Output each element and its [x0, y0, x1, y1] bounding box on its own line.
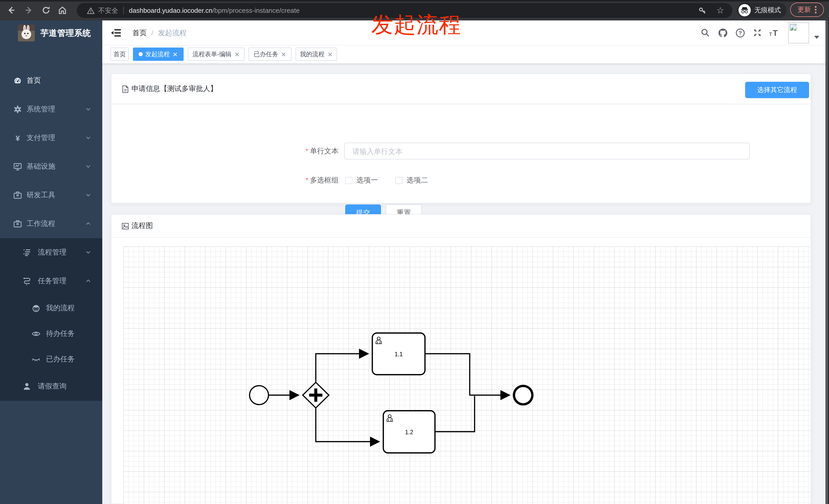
close-icon[interactable]	[281, 51, 286, 57]
search-icon[interactable]	[699, 27, 711, 38]
flow-task2-to-end[interactable]	[435, 396, 475, 432]
sidebar-item-label: 我的流程	[46, 304, 75, 313]
help-icon[interactable]: ?	[734, 27, 746, 38]
flow-gateway-to-task2[interactable]	[316, 409, 379, 442]
sidebar-item-label: 支付管理	[27, 133, 55, 143]
toolbox-icon	[13, 220, 22, 228]
face-icon	[32, 304, 40, 313]
avatar[interactable]	[788, 23, 809, 43]
task-label: 1.1	[395, 351, 403, 357]
flow-gateway-to-task1[interactable]	[316, 354, 368, 382]
address-divider	[123, 7, 124, 14]
document-icon	[122, 85, 129, 93]
required-asterisk: *	[305, 176, 309, 184]
password-key-icon[interactable]	[698, 6, 707, 15]
diagram-card-header: 流程图	[111, 215, 810, 238]
sidebar-item-label: 研发工具	[27, 191, 55, 200]
monitor-icon	[13, 162, 22, 171]
sidebar-item-my-processes[interactable]: 我的流程	[0, 296, 102, 321]
security-warning-icon[interactable]	[87, 7, 95, 14]
eye-open-icon	[32, 329, 40, 338]
single-line-text-label: *单行文本	[111, 147, 338, 156]
sidebar-item-label: 基础设施	[27, 162, 55, 171]
github-icon[interactable]	[717, 27, 728, 38]
browser-update-button[interactable]: 更新	[790, 3, 824, 17]
checkbox-option-2[interactable]	[395, 177, 402, 184]
sidebar-item-process-management[interactable]: 流程管理	[0, 238, 102, 267]
single-line-text-input[interactable]	[344, 143, 750, 159]
breadcrumb-home[interactable]: 首页	[133, 21, 147, 45]
url-path[interactable]: /bpm/process-instance/create	[213, 7, 300, 14]
checkbox-option-1[interactable]	[345, 177, 352, 184]
sidebar-item-label: 工作流程	[27, 219, 55, 229]
apply-info-title: 申请信息【测试多审批人】	[132, 84, 217, 93]
breadcrumb-current: 发起流程	[158, 21, 187, 45]
svg-text:T: T	[773, 28, 778, 37]
checkbox-option-1-label[interactable]: 选项一	[356, 176, 378, 185]
sidebar-item-home[interactable]: 首页	[0, 67, 102, 95]
sidebar-item-dev-tools[interactable]: 研发工具	[0, 181, 102, 209]
bpmn-canvas[interactable]: 1.1 1.2	[123, 246, 810, 504]
avatar-dropdown-caret[interactable]	[814, 36, 819, 39]
tab-process-form-edit[interactable]: 流程表单-编辑	[188, 47, 245, 61]
task-label: 1.2	[405, 429, 413, 435]
app-title: 芋道管理系统	[40, 21, 91, 46]
gear-icon	[13, 105, 22, 114]
incognito-icon	[738, 4, 751, 16]
sidebar-item-task-management[interactable]: 任务管理	[0, 267, 102, 296]
apply-info-card-header: 申请信息【测试多审批人】 选择其它流程	[111, 74, 810, 104]
sidebar-item-done-tasks[interactable]: 已办任务	[0, 347, 102, 372]
end-event[interactable]	[514, 386, 532, 404]
close-icon[interactable]	[327, 51, 333, 57]
list-icon	[23, 248, 31, 257]
bookmark-star-icon[interactable]: ☆	[717, 5, 724, 16]
browser-forward-button[interactable]	[23, 4, 35, 16]
sidebar-item-system[interactable]: 系统管理	[0, 95, 102, 124]
svg-text:?: ?	[738, 30, 742, 36]
tab-label: 发起流程	[145, 50, 170, 59]
chrome-menu-icon[interactable]	[815, 6, 817, 14]
tab-start-process[interactable]: 发起流程	[133, 47, 184, 61]
flow-task1-to-end[interactable]	[425, 354, 510, 395]
sidebar-collapse-icon[interactable]	[110, 28, 122, 38]
font-size-icon[interactable]: TT	[769, 27, 780, 38]
sidebar-item-label: 请假查询	[38, 382, 67, 391]
sidebar-item-infrastructure[interactable]: 基础设施	[0, 152, 102, 181]
security-label[interactable]: 不安全	[98, 6, 118, 15]
user-task-1-2[interactable]: 1.2	[383, 411, 435, 453]
fullscreen-icon[interactable]	[752, 27, 763, 38]
browser-reload-button[interactable]	[40, 4, 52, 16]
annotation-text: 发起流程	[371, 13, 461, 36]
app-logo-row[interactable]: 芋道管理系统	[0, 21, 102, 46]
tab-done-tasks[interactable]: 已办任务	[249, 47, 291, 61]
user-task-1-1[interactable]: 1.1	[372, 333, 425, 375]
tab-label: 我的流程	[300, 50, 324, 59]
tab-label: 首页	[113, 50, 126, 59]
checkbox-group-label: *多选框组	[111, 176, 338, 185]
start-event[interactable]	[250, 386, 268, 404]
tab-my-processes[interactable]: 我的流程	[296, 47, 337, 61]
workflow-submenu: 流程管理 任务管理 我的流程 待办任务 已办	[0, 238, 102, 401]
sidebar-item-label: 待办任务	[46, 329, 75, 338]
browser-home-button[interactable]	[56, 4, 69, 16]
tab-home[interactable]: 首页	[110, 47, 129, 61]
sidebar-item-leave-query[interactable]: 请假查询	[0, 372, 102, 401]
incognito-label: 无痕模式	[754, 6, 781, 15]
tab-label: 已办任务	[254, 50, 278, 59]
checkbox-option-2-label[interactable]: 选项二	[406, 176, 428, 185]
chevron-down-icon	[85, 248, 91, 257]
url-host[interactable]: dashboard.yudao.iocoder.cn	[129, 7, 213, 14]
sidebar-item-label: 流程管理	[38, 248, 67, 257]
briefcase-icon	[13, 191, 22, 200]
breadcrumb-separator: /	[151, 21, 153, 45]
sidebar-item-todo-tasks[interactable]: 待办任务	[0, 321, 102, 347]
sidebar-item-workflow[interactable]: 工作流程	[0, 209, 102, 238]
parallel-gateway[interactable]	[303, 382, 329, 408]
close-icon[interactable]	[234, 51, 240, 57]
sidebar-item-payment[interactable]: ¥ 支付管理	[0, 124, 102, 152]
sidebar-menu: 首页 系统管理 ¥ 支付管理 基础设施 研发工具	[0, 67, 102, 401]
page-scrollbar[interactable]	[825, 21, 829, 504]
close-icon[interactable]	[172, 51, 178, 57]
browser-back-button[interactable]	[5, 4, 17, 16]
choose-other-process-button[interactable]: 选择其它流程	[745, 82, 809, 98]
